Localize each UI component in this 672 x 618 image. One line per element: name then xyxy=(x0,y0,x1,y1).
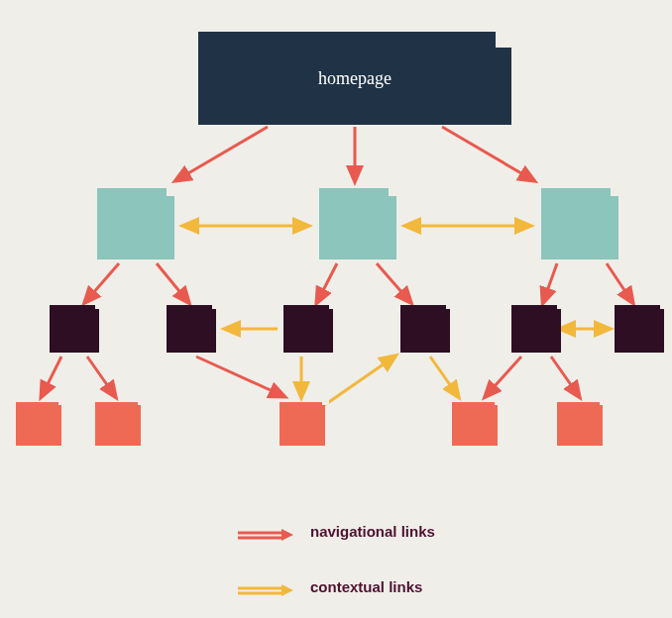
svg-line-2 xyxy=(442,127,533,180)
node-l3-2 xyxy=(95,402,141,446)
svg-line-6 xyxy=(377,263,410,302)
svg-line-20 xyxy=(430,357,458,396)
svg-line-10 xyxy=(87,357,115,396)
node-l1-3 xyxy=(541,188,618,259)
node-l2-2 xyxy=(167,305,216,353)
homepage-label: homepage xyxy=(318,68,392,89)
svg-line-12 xyxy=(486,357,521,396)
svg-line-3 xyxy=(85,263,119,302)
node-l2-1 xyxy=(50,305,99,353)
svg-line-19 xyxy=(323,357,394,406)
svg-line-8 xyxy=(607,263,632,302)
svg-line-0 xyxy=(176,127,268,180)
legend-nav-label: navigational links xyxy=(310,523,435,540)
svg-line-9 xyxy=(42,357,61,396)
node-l2-5 xyxy=(511,305,561,353)
node-l3-5 xyxy=(557,402,603,446)
svg-line-5 xyxy=(317,263,337,302)
node-l1-1 xyxy=(97,188,174,259)
legend-ctx-label: contextual links xyxy=(310,578,422,595)
node-l1-2 xyxy=(319,188,396,259)
nav-arrows xyxy=(42,127,632,396)
svg-line-7 xyxy=(543,263,557,302)
svg-line-4 xyxy=(157,263,188,302)
sitemap-diagram: homepage navigational links contextual l… xyxy=(0,0,672,618)
node-homepage: homepage xyxy=(198,32,511,125)
legend-ctx: contextual links xyxy=(233,578,422,595)
node-l3-1 xyxy=(16,402,61,446)
node-l2-6 xyxy=(615,305,664,353)
node-l2-4 xyxy=(400,305,450,353)
node-l3-3 xyxy=(280,402,325,446)
node-l2-3 xyxy=(283,305,333,353)
node-l3-4 xyxy=(452,402,498,446)
svg-line-13 xyxy=(551,357,579,396)
legend-nav: navigational links xyxy=(233,523,435,540)
svg-line-11 xyxy=(196,357,283,396)
